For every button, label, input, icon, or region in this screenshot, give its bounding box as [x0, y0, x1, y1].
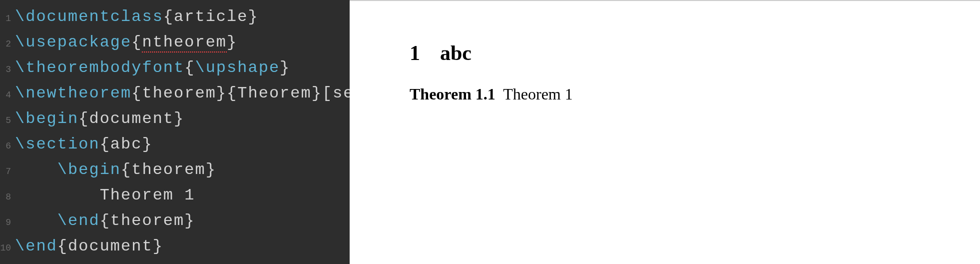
code-token: [15, 212, 57, 230]
code-token: \upshape: [195, 58, 280, 77]
code-token: {: [121, 160, 131, 179]
code-token: [15, 160, 57, 179]
code-token: {: [57, 237, 68, 256]
code-content[interactable]: \theorembodyfont{\upshape}: [15, 55, 350, 80]
code-token: ntheorem: [142, 33, 227, 52]
line-number: 9: [0, 210, 15, 236]
line-number: 5: [0, 108, 15, 134]
code-token: \section: [15, 135, 100, 154]
code-token: \newtheorem: [15, 84, 131, 102]
pdf-preview-pane: 1abc Theorem 1.1 Theorem 1: [350, 0, 980, 264]
line-number: 8: [0, 184, 15, 210]
code-token: }: [184, 212, 195, 230]
code-token: }: [142, 135, 152, 154]
code-token: }: [227, 33, 237, 52]
section-number: 1: [410, 41, 420, 65]
code-token: }: [280, 58, 290, 77]
line-number: 7: [0, 159, 15, 184]
line-number: 3: [0, 57, 15, 82]
code-token: {: [100, 135, 110, 154]
code-token: }[: [312, 84, 333, 102]
code-token: {: [184, 58, 195, 77]
code-token: theorem: [110, 212, 184, 230]
code-content[interactable]: \newtheorem{theorem}{Theorem}[section]: [15, 80, 350, 106]
code-token: }: [248, 8, 258, 26]
code-editor-pane[interactable]: 1\documentclass{article}2\usepackage{nth…: [0, 0, 350, 264]
code-token: document: [89, 110, 174, 128]
code-line[interactable]: 10\end{document}: [0, 234, 350, 259]
code-token: theorem: [142, 84, 216, 102]
code-token: }: [174, 110, 184, 128]
code-token: {: [78, 110, 89, 128]
code-token: Theorem: [237, 84, 311, 102]
code-token: document: [68, 237, 153, 256]
code-line[interactable]: 8 Theorem 1: [0, 182, 350, 208]
code-line[interactable]: 5\begin{document}: [0, 106, 350, 132]
theorem-block: Theorem 1.1 Theorem 1: [410, 85, 980, 104]
code-content[interactable]: Theorem 1: [15, 182, 350, 208]
code-content[interactable]: \begin{theorem}: [15, 157, 350, 182]
code-content[interactable]: \end{document}: [15, 234, 350, 259]
line-number: 2: [0, 32, 15, 57]
code-token: }{: [216, 84, 237, 102]
code-token: \begin: [15, 110, 78, 128]
code-token: theorem: [131, 160, 205, 179]
code-line[interactable]: 3\theorembodyfont{\upshape}: [0, 55, 350, 80]
line-number: 6: [0, 134, 15, 159]
code-token: section: [333, 84, 350, 102]
code-token: \documentclass: [15, 8, 163, 26]
code-content[interactable]: \usepackage{ntheorem}: [15, 30, 350, 55]
code-token: article: [174, 8, 248, 26]
code-token: \end: [57, 212, 100, 230]
code-line[interactable]: 9 \end{theorem}: [0, 208, 350, 234]
code-token: {: [131, 84, 142, 102]
code-content[interactable]: \documentclass{article}: [15, 4, 350, 30]
theorem-label: Theorem 1.1: [410, 85, 495, 103]
code-line[interactable]: 6\section{abc}: [0, 132, 350, 157]
code-content[interactable]: \begin{document}: [15, 106, 350, 132]
code-token: {: [131, 33, 142, 52]
code-content[interactable]: \section{abc}: [15, 132, 350, 157]
code-line[interactable]: 1\documentclass{article}: [0, 4, 350, 30]
code-token: {: [100, 212, 110, 230]
code-token: }: [206, 160, 216, 179]
theorem-body: Theorem 1: [499, 85, 573, 103]
code-token: abc: [110, 135, 142, 154]
code-line[interactable]: 7 \begin{theorem}: [0, 157, 350, 182]
code-token: \begin: [57, 160, 121, 179]
code-token: \theorembodyfont: [15, 58, 184, 77]
line-number: 1: [0, 6, 15, 32]
code-line[interactable]: 2\usepackage{ntheorem}: [0, 30, 350, 55]
section-title: abc: [440, 42, 472, 64]
code-token: Theorem 1: [15, 186, 195, 204]
section-heading: 1abc: [410, 41, 980, 65]
line-number: 4: [0, 82, 15, 108]
code-token: }: [153, 237, 163, 256]
line-number: 10: [0, 236, 15, 261]
code-token: {: [163, 8, 174, 26]
code-token: \usepackage: [15, 33, 131, 52]
code-content[interactable]: \end{theorem}: [15, 208, 350, 234]
code-line[interactable]: 4\newtheorem{theorem}{Theorem}[section]: [0, 80, 350, 106]
code-token: \end: [15, 237, 57, 256]
